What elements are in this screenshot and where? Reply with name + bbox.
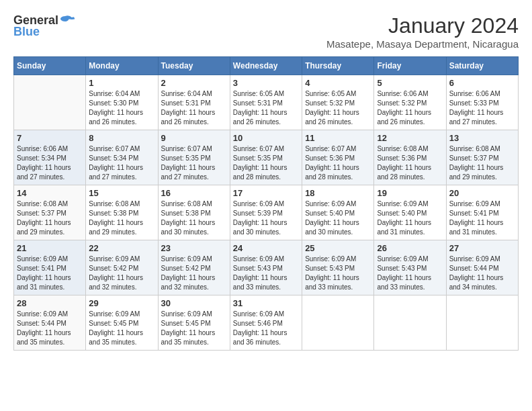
cell-info: Sunrise: 6:09 AMSunset: 5:44 PMDaylight:… (449, 255, 504, 291)
day-number: 14 (17, 188, 83, 198)
day-number: 22 (89, 243, 154, 253)
cell-info: Sunrise: 6:08 AMSunset: 5:37 PMDaylight:… (449, 145, 504, 181)
table-row: 18 Sunrise: 6:09 AMSunset: 5:40 PMDaylig… (302, 185, 374, 240)
header-tuesday: Tuesday (158, 57, 230, 75)
table-row: 8 Sunrise: 6:07 AMSunset: 5:34 PMDayligh… (86, 130, 158, 185)
table-row (446, 295, 518, 351)
table-row: 13 Sunrise: 6:08 AMSunset: 5:37 PMDaylig… (446, 130, 518, 185)
cell-info: Sunrise: 6:09 AMSunset: 5:44 PMDaylight:… (17, 310, 71, 346)
cell-info: Sunrise: 6:05 AMSunset: 5:32 PMDaylight:… (305, 90, 359, 126)
table-row: 24 Sunrise: 6:09 AMSunset: 5:43 PMDaylig… (230, 240, 302, 295)
day-number: 17 (233, 188, 299, 198)
calendar-week-row: 7 Sunrise: 6:06 AMSunset: 5:34 PMDayligh… (14, 130, 519, 185)
table-row: 27 Sunrise: 6:09 AMSunset: 5:44 PMDaylig… (446, 240, 518, 295)
day-number: 8 (89, 133, 154, 143)
cell-info: Sunrise: 6:07 AMSunset: 5:36 PMDaylight:… (305, 145, 359, 181)
cell-info: Sunrise: 6:04 AMSunset: 5:30 PMDaylight:… (89, 90, 143, 126)
cell-info: Sunrise: 6:06 AMSunset: 5:34 PMDaylight:… (17, 145, 71, 181)
table-row: 9 Sunrise: 6:07 AMSunset: 5:35 PMDayligh… (158, 130, 230, 185)
cell-info: Sunrise: 6:07 AMSunset: 5:35 PMDaylight:… (161, 145, 216, 181)
day-number: 31 (233, 298, 299, 308)
calendar-week-row: 1 Sunrise: 6:04 AMSunset: 5:30 PMDayligh… (14, 75, 519, 130)
calendar-week-row: 21 Sunrise: 6:09 AMSunset: 5:41 PMDaylig… (14, 240, 519, 295)
header-thursday: Thursday (302, 57, 374, 75)
day-number: 11 (305, 133, 371, 143)
day-number: 12 (377, 133, 443, 143)
cell-info: Sunrise: 6:07 AMSunset: 5:34 PMDaylight:… (89, 145, 143, 181)
logo-bird-icon (60, 15, 75, 27)
header-monday: Monday (86, 57, 158, 75)
table-row: 29 Sunrise: 6:09 AMSunset: 5:45 PMDaylig… (86, 295, 158, 351)
day-number: 5 (377, 78, 443, 88)
day-number: 4 (305, 78, 371, 88)
day-number: 24 (233, 243, 299, 253)
cell-info: Sunrise: 6:09 AMSunset: 5:40 PMDaylight:… (377, 200, 431, 236)
cell-info: Sunrise: 6:06 AMSunset: 5:33 PMDaylight:… (449, 90, 504, 126)
day-number: 26 (377, 243, 443, 253)
day-number: 3 (233, 78, 299, 88)
cell-info: Sunrise: 6:09 AMSunset: 5:43 PMDaylight:… (233, 255, 287, 291)
table-row: 17 Sunrise: 6:09 AMSunset: 5:39 PMDaylig… (230, 185, 302, 240)
table-row: 30 Sunrise: 6:09 AMSunset: 5:45 PMDaylig… (158, 295, 230, 351)
cell-info: Sunrise: 6:09 AMSunset: 5:42 PMDaylight:… (89, 255, 143, 291)
day-number: 16 (161, 188, 227, 198)
day-number: 21 (17, 243, 83, 253)
table-row: 10 Sunrise: 6:07 AMSunset: 5:35 PMDaylig… (230, 130, 302, 185)
day-number: 19 (377, 188, 443, 198)
header-wednesday: Wednesday (230, 57, 302, 75)
cell-info: Sunrise: 6:06 AMSunset: 5:32 PMDaylight:… (377, 90, 431, 126)
day-number: 10 (233, 133, 299, 143)
cell-info: Sunrise: 6:09 AMSunset: 5:46 PMDaylight:… (233, 310, 287, 346)
calendar-header-row: Sunday Monday Tuesday Wednesday Thursday… (14, 57, 519, 75)
cell-info: Sunrise: 6:09 AMSunset: 5:43 PMDaylight:… (305, 255, 359, 291)
cell-info: Sunrise: 6:04 AMSunset: 5:31 PMDaylight:… (161, 90, 216, 126)
day-number: 1 (89, 78, 154, 88)
table-row: 22 Sunrise: 6:09 AMSunset: 5:42 PMDaylig… (86, 240, 158, 295)
day-number: 27 (449, 243, 515, 253)
table-row: 25 Sunrise: 6:09 AMSunset: 5:43 PMDaylig… (302, 240, 374, 295)
day-number: 29 (89, 298, 154, 308)
cell-info: Sunrise: 6:09 AMSunset: 5:42 PMDaylight:… (161, 255, 216, 291)
table-row: 28 Sunrise: 6:09 AMSunset: 5:44 PMDaylig… (14, 295, 86, 351)
header-friday: Friday (374, 57, 446, 75)
table-row: 1 Sunrise: 6:04 AMSunset: 5:30 PMDayligh… (86, 75, 158, 130)
cell-info: Sunrise: 6:09 AMSunset: 5:41 PMDaylight:… (17, 255, 71, 291)
page-header: General Blue January 2024 Masatepe, Masa… (13, 13, 519, 50)
location-title: Masatepe, Masaya Department, Nicaragua (326, 38, 519, 50)
header-saturday: Saturday (446, 57, 518, 75)
day-number: 13 (449, 133, 515, 143)
table-row: 12 Sunrise: 6:08 AMSunset: 5:36 PMDaylig… (374, 130, 446, 185)
calendar-table: Sunday Monday Tuesday Wednesday Thursday… (13, 56, 519, 351)
table-row: 26 Sunrise: 6:09 AMSunset: 5:43 PMDaylig… (374, 240, 446, 295)
table-row: 31 Sunrise: 6:09 AMSunset: 5:46 PMDaylig… (230, 295, 302, 351)
table-row: 21 Sunrise: 6:09 AMSunset: 5:41 PMDaylig… (14, 240, 86, 295)
cell-info: Sunrise: 6:08 AMSunset: 5:38 PMDaylight:… (161, 200, 216, 236)
cell-info: Sunrise: 6:09 AMSunset: 5:45 PMDaylight:… (161, 310, 216, 346)
day-number: 18 (305, 188, 371, 198)
day-number: 20 (449, 188, 515, 198)
table-row: 14 Sunrise: 6:08 AMSunset: 5:37 PMDaylig… (14, 185, 86, 240)
cell-info: Sunrise: 6:08 AMSunset: 5:36 PMDaylight:… (377, 145, 431, 181)
table-row (374, 295, 446, 351)
calendar-week-row: 28 Sunrise: 6:09 AMSunset: 5:44 PMDaylig… (14, 295, 519, 351)
table-row (302, 295, 374, 351)
cell-info: Sunrise: 6:09 AMSunset: 5:45 PMDaylight:… (89, 310, 143, 346)
cell-info: Sunrise: 6:09 AMSunset: 5:40 PMDaylight:… (305, 200, 359, 236)
table-row: 20 Sunrise: 6:09 AMSunset: 5:41 PMDaylig… (446, 185, 518, 240)
day-number: 25 (305, 243, 371, 253)
logo: General Blue (13, 13, 75, 39)
cell-info: Sunrise: 6:09 AMSunset: 5:41 PMDaylight:… (449, 200, 504, 236)
table-row: 19 Sunrise: 6:09 AMSunset: 5:40 PMDaylig… (374, 185, 446, 240)
table-row: 7 Sunrise: 6:06 AMSunset: 5:34 PMDayligh… (14, 130, 86, 185)
day-number: 2 (161, 78, 227, 88)
table-row: 6 Sunrise: 6:06 AMSunset: 5:33 PMDayligh… (446, 75, 518, 130)
cell-info: Sunrise: 6:07 AMSunset: 5:35 PMDaylight:… (233, 145, 287, 181)
month-title: January 2024 (326, 13, 519, 38)
table-row: 15 Sunrise: 6:08 AMSunset: 5:38 PMDaylig… (86, 185, 158, 240)
header-sunday: Sunday (14, 57, 86, 75)
table-row: 11 Sunrise: 6:07 AMSunset: 5:36 PMDaylig… (302, 130, 374, 185)
day-number: 30 (161, 298, 227, 308)
day-number: 9 (161, 133, 227, 143)
day-number: 23 (161, 243, 227, 253)
table-row: 2 Sunrise: 6:04 AMSunset: 5:31 PMDayligh… (158, 75, 230, 130)
